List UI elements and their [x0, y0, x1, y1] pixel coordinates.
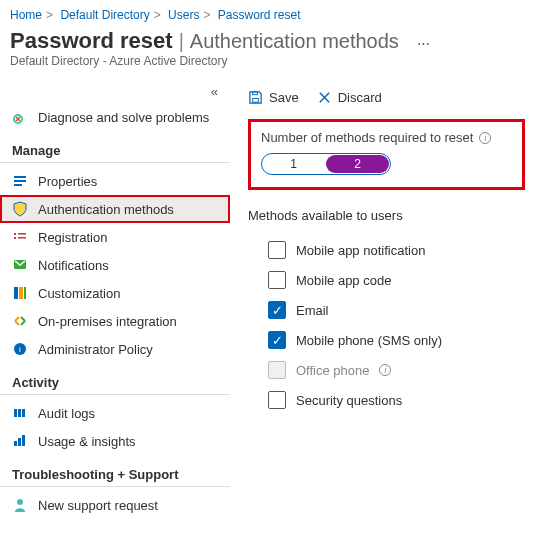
- page-description: Default Directory - Azure Active Directo…: [0, 54, 535, 78]
- sidebar-item-notifications[interactable]: Notifications: [0, 251, 230, 279]
- usage-icon: [12, 433, 28, 449]
- main-content: Save Discard Number of methods required …: [230, 78, 535, 519]
- sidebar-label: Audit logs: [38, 406, 95, 421]
- save-icon: [248, 90, 263, 105]
- method-label: Email: [296, 303, 329, 318]
- sidebar-section-manage: Manage: [0, 131, 230, 163]
- methods-available-label: Methods available to users: [248, 208, 525, 223]
- toggle-option-2[interactable]: 2: [326, 155, 389, 173]
- method-app-code[interactable]: Mobile app code: [248, 265, 525, 295]
- svg-rect-22: [253, 92, 258, 95]
- method-sms[interactable]: ✓ Mobile phone (SMS only): [248, 325, 525, 355]
- sidebar-section-activity: Activity: [0, 363, 230, 395]
- toggle-option-1[interactable]: 1: [262, 154, 325, 174]
- svg-text:i: i: [19, 345, 21, 354]
- notifications-icon: [12, 257, 28, 273]
- sidebar-label: Notifications: [38, 258, 109, 273]
- method-label: Office phone: [296, 363, 369, 378]
- crumb-pwreset[interactable]: Password reset: [218, 8, 301, 22]
- sidebar-item-registration[interactable]: Registration: [0, 223, 230, 251]
- sidebar-label: Properties: [38, 174, 97, 189]
- method-app-notif[interactable]: Mobile app notification: [248, 235, 525, 265]
- crumb-dir[interactable]: Default Directory: [60, 8, 149, 22]
- collapse-sidebar-icon[interactable]: «: [0, 84, 230, 103]
- checkbox[interactable]: [268, 271, 286, 289]
- sidebar-label: Authentication methods: [38, 202, 174, 217]
- admin-icon: i: [12, 341, 28, 357]
- support-icon: [12, 497, 28, 513]
- svg-rect-4: [14, 233, 16, 235]
- checkbox[interactable]: [268, 391, 286, 409]
- svg-rect-11: [24, 287, 26, 299]
- discard-button[interactable]: Discard: [317, 90, 382, 105]
- svg-rect-5: [18, 233, 26, 235]
- sidebar-item-auth-methods[interactable]: Authentication methods: [0, 195, 230, 223]
- svg-point-20: [17, 499, 23, 505]
- toolbar: Save Discard: [248, 84, 525, 119]
- page-title-row: Password reset | Authentication methods …: [0, 26, 535, 54]
- svg-rect-18: [18, 438, 21, 446]
- svg-rect-21: [253, 98, 259, 102]
- sidebar-item-onprem[interactable]: On-premises integration: [0, 307, 230, 335]
- checkbox[interactable]: [268, 241, 286, 259]
- sidebar-label: Customization: [38, 286, 120, 301]
- method-label: Mobile app notification: [296, 243, 425, 258]
- audit-icon: [12, 405, 28, 421]
- save-button[interactable]: Save: [248, 90, 299, 105]
- method-secq[interactable]: Security questions: [248, 385, 525, 415]
- sidebar-item-support[interactable]: New support request: [0, 491, 230, 519]
- methods-required-section: Number of methods required to reset i 1 …: [248, 119, 525, 190]
- method-label: Mobile phone (SMS only): [296, 333, 442, 348]
- discard-icon: [317, 90, 332, 105]
- sidebar-label: New support request: [38, 498, 158, 513]
- method-label: Mobile app code: [296, 273, 391, 288]
- crumb-users[interactable]: Users: [168, 8, 199, 22]
- discard-label: Discard: [338, 90, 382, 105]
- svg-rect-7: [18, 237, 26, 239]
- breadcrumb: Home> Default Directory> Users> Password…: [0, 0, 535, 26]
- svg-rect-17: [14, 441, 17, 446]
- registration-icon: [12, 229, 28, 245]
- svg-rect-15: [18, 409, 21, 417]
- customization-icon: [12, 285, 28, 301]
- sidebar-item-properties[interactable]: Properties: [0, 167, 230, 195]
- sidebar-label: Usage & insights: [38, 434, 136, 449]
- sidebar-label: On-premises integration: [38, 314, 177, 329]
- crumb-home[interactable]: Home: [10, 8, 42, 22]
- svg-rect-1: [14, 176, 26, 178]
- methods-required-toggle[interactable]: 1 2: [261, 153, 391, 175]
- onprem-icon: [12, 313, 28, 329]
- sidebar-item-usage[interactable]: Usage & insights: [0, 427, 230, 455]
- sidebar-label: Administrator Policy: [38, 342, 153, 357]
- svg-rect-14: [14, 409, 17, 417]
- sidebar-section-trouble: Troubleshooting + Support: [0, 455, 230, 487]
- checkbox-disabled: [268, 361, 286, 379]
- methods-required-label: Number of methods required to reset: [261, 130, 473, 145]
- checkbox-checked[interactable]: ✓: [268, 331, 286, 349]
- svg-rect-16: [22, 409, 25, 417]
- method-email[interactable]: ✓ Email: [248, 295, 525, 325]
- sidebar-label: Registration: [38, 230, 107, 245]
- svg-rect-19: [22, 435, 25, 446]
- svg-rect-3: [14, 184, 22, 186]
- sidebar: « Diagnose and solve problems Manage Pro…: [0, 78, 230, 519]
- sidebar-label: Diagnose and solve problems: [38, 110, 209, 125]
- method-label: Security questions: [296, 393, 402, 408]
- checkbox-checked[interactable]: ✓: [268, 301, 286, 319]
- page-title: Password reset: [10, 28, 173, 54]
- page-subtitle: Authentication methods: [190, 30, 399, 53]
- method-office: Office phone i: [248, 355, 525, 385]
- save-label: Save: [269, 90, 299, 105]
- info-icon[interactable]: i: [479, 132, 491, 144]
- more-icon[interactable]: ⋯: [417, 36, 430, 51]
- svg-rect-9: [14, 287, 18, 299]
- svg-rect-2: [14, 180, 26, 182]
- shield-icon: [12, 201, 28, 217]
- sidebar-item-diagnose[interactable]: Diagnose and solve problems: [0, 103, 230, 131]
- sidebar-item-customization[interactable]: Customization: [0, 279, 230, 307]
- properties-icon: [12, 173, 28, 189]
- sidebar-item-admin-policy[interactable]: i Administrator Policy: [0, 335, 230, 363]
- svg-rect-6: [14, 237, 16, 239]
- sidebar-item-audit[interactable]: Audit logs: [0, 399, 230, 427]
- info-icon[interactable]: i: [379, 364, 391, 376]
